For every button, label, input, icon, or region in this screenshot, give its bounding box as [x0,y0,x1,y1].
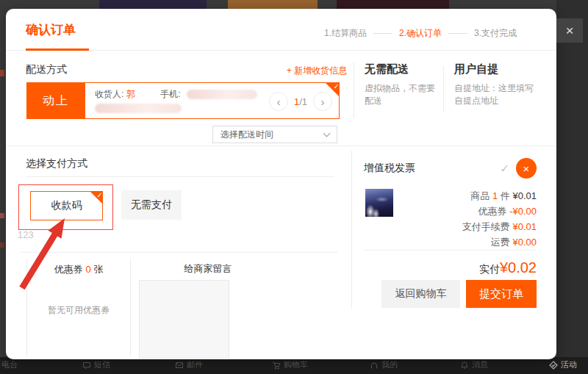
divider [26,176,334,177]
selected-corner-badge: ✓ [90,191,103,204]
invoice-no-toggle[interactable]: × [516,158,537,179]
title-active-underline [26,48,89,51]
divider [351,151,352,309]
chevron-right-icon: › [321,96,325,108]
check-icon: ✓ [97,191,103,199]
taskbar-item-label: 电台 [1,359,18,370]
close-icon: × [565,24,573,37]
pager-prev-button[interactable]: ‹ [269,92,288,111]
checkout-steps: 1.结算商品 2.确认订单 3.支付完成 [324,27,517,40]
coupon-amount: -¥0.00 [509,206,537,217]
taskbar-item-mine[interactable]: 我的 [370,359,398,370]
pager-indicator: 1/1 [294,96,307,107]
taskbar-item-cart[interactable]: 购物车 [272,359,308,370]
self-pickup-option-desc: 自提地址：这里填写自提点地址 [454,82,537,107]
merchant-message-input[interactable] [139,280,229,359]
recipient-label: 收货人: [95,88,123,101]
taskbar-item-label: 活动 [561,359,577,370]
goods-amount: ¥0.01 [512,190,537,201]
step-1: 1.结算商品 [324,27,367,40]
divider [364,250,537,251]
taskbar-item-radio[interactable]: 电台 [1,359,18,370]
add-address-link[interactable]: + 新增收货信息 [287,65,347,77]
confirm-order-modal: 确认订单 1.结算商品 2.确认订单 3.支付完成 配送方式 + 新增收货信息 … [6,9,556,359]
page-title: 确认订单 [26,21,76,38]
delivery-method-label: 动上 [26,82,85,119]
payment-option-none[interactable]: 无需支付 [121,190,182,220]
check-icon: ✓ [334,82,340,90]
delivery-time-select[interactable]: 选择配送时间 [212,126,337,143]
summary-row-fee: 支付手续费 ¥0.01 [364,219,537,234]
address-info: 收货人: 郭 手机: [95,88,257,115]
taskbar-item-mail[interactable]: 邮件 [175,359,203,370]
no-delivery-option-desc: 虚拟物品，不需要配送 [365,82,438,107]
no-delivery-option-title[interactable]: 无需配送 [365,62,409,76]
goods-quantity: 1 [492,190,498,201]
backdrop-right-band [556,0,588,374]
address-card[interactable]: 动上 收货人: 郭 手机: ‹ 1/1 › ✓ [26,82,340,119]
section-divider [6,145,556,146]
phone-redacted [187,90,257,99]
summary-row-coupon: 优惠券 -¥0.00 [364,204,537,219]
taskbar-item-label: 购物车 [284,359,308,370]
taskbar-item-label: 我的 [381,359,398,370]
payment-option-qrcode[interactable]: 收款码 ✓ [30,191,103,220]
recipient-name: 郭 [126,88,135,101]
check-icon: ✓ [500,162,509,175]
coupon-count: 0 [85,264,90,275]
fee-amount: ¥0.01 [512,221,537,232]
submit-order-button[interactable]: 提交订单 [466,280,537,308]
payment-section-title: 选择支付方式 [26,157,87,170]
bag-icon [370,361,379,370]
delivery-time-select-value: 选择配送时间 [220,129,273,141]
screen: 电台 短信 邮件 购物车 我的 消息 活动 × [0,0,588,374]
mail-icon [175,361,184,370]
coupon-title: 优惠券 0 张 [27,263,130,276]
chevron-left-icon: ‹ [276,96,280,108]
total-row: 实付¥0.02 [364,259,537,276]
chat-icon [82,361,91,370]
payment-option-qrcode-label: 收款码 [51,199,82,212]
back-to-cart-label: 返回购物车 [395,287,447,301]
invoice-yes-toggle[interactable]: ✓ [500,162,509,176]
taskbar-item-messages[interactable]: 消息 [460,359,488,370]
backdrop-artifact [0,70,4,76]
total-value: ¥0.02 [500,259,537,276]
backdrop-artifact [0,213,4,218]
summary-row-shipping: 运费 ¥0.00 [364,234,537,250]
taskbar-item-sms[interactable]: 短信 [82,359,110,370]
backdrop-artifact [0,242,4,248]
payment-option-none-label: 无需支付 [131,198,172,212]
divider [21,252,338,253]
close-button[interactable]: × [556,18,583,43]
shipping-amount: ¥0.00 [512,237,537,248]
phone-label: 手机: [160,88,180,101]
taskbar-item-label: 短信 [94,359,110,370]
address-pager: ‹ 1/1 › [269,92,332,111]
taskbar: 电台 短信 邮件 购物车 我的 消息 活动 [0,357,588,374]
divider [354,62,354,118]
taskbar-item-label: 邮件 [187,359,203,370]
step-separator [448,33,467,34]
taskbar-item-label: 消息 [472,359,488,370]
coupon-panel: 优惠券 0 张 暂无可用优惠券 [26,259,131,356]
total-label: 实付 [479,263,500,275]
step-2-active: 2.确认订单 [399,27,442,40]
activity-check-icon [549,361,558,370]
step-separator [373,33,392,34]
step-3: 3.支付完成 [474,27,517,40]
divider [443,66,444,112]
self-pickup-option-title[interactable]: 用户自提 [454,62,498,76]
coupon-empty-text: 暂无可用优惠券 [27,304,130,317]
summary-row-goods: 商品 1 件 ¥0.01 [364,188,537,204]
taskbar-item-activity[interactable]: 活动 [549,359,577,370]
back-to-cart-button[interactable]: 返回购物车 [381,280,460,308]
selected-corner-badge: ✓ [325,82,340,97]
submit-order-label: 提交订单 [479,287,523,301]
delivery-section-title: 配送方式 [26,63,67,76]
order-summary: 商品 1 件 ¥0.01 优惠券 -¥0.00 支付手续费 ¥0.01 运费 ¥… [364,188,537,250]
chevron-down-icon [323,129,331,137]
bell-icon [460,361,469,370]
cart-icon [272,361,281,370]
invoice-section-title: 增值税发票 [364,162,415,175]
